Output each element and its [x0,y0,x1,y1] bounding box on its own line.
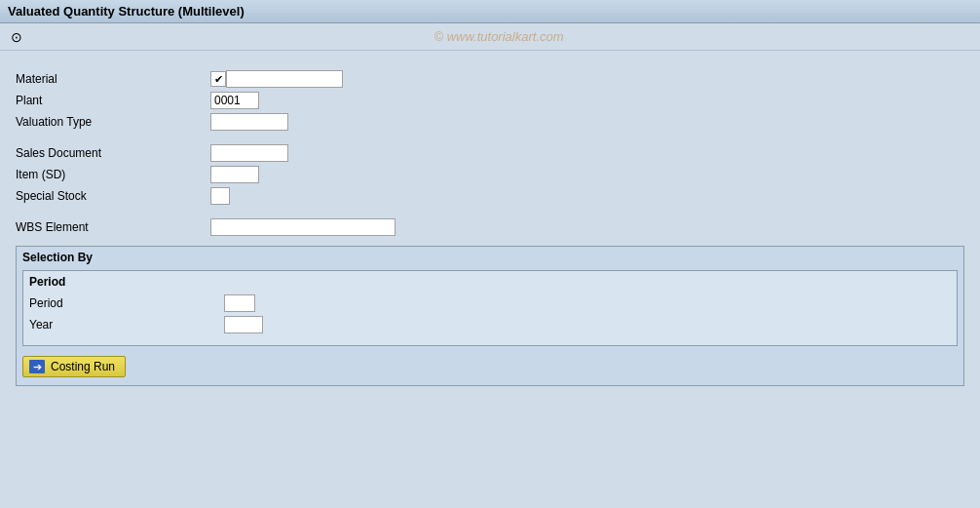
period-input[interactable] [224,294,255,312]
item-sd-label: Item (SD) [16,168,210,181]
wbs-element-input[interactable] [210,218,396,236]
period-group-title: Period [29,275,951,289]
valuation-type-input[interactable] [210,113,288,131]
page-title: Valuated Quantity Structure (Multilevel) [8,4,245,19]
wbs-element-row: WBS Element [16,218,964,236]
sales-document-input[interactable] [210,144,288,162]
toolbar-icon[interactable]: ⊙ [8,28,25,46]
selection-by-title: Selection By [22,251,958,264]
main-content: Material ✔ Plant Valuation Type Sales Do… [0,51,980,396]
clock-icon: ⊙ [11,29,22,45]
year-input[interactable] [224,316,263,333]
material-row: Material ✔ [16,70,964,88]
item-sd-input[interactable] [210,166,259,183]
selection-by-section: Selection By Period Period Year ➔ Costin… [16,246,964,386]
sales-document-row: Sales Document [16,144,964,162]
special-stock-row: Special Stock [16,187,964,205]
material-label: Material [16,72,210,86]
material-checkbox[interactable]: ✔ [210,71,226,87]
period-group: Period Period Year [22,270,958,346]
title-bar: Valuated Quantity Structure (Multilevel) [0,0,980,23]
item-sd-row: Item (SD) [16,166,964,183]
wbs-element-label: WBS Element [16,220,210,234]
costing-run-label: Costing Run [51,360,115,373]
sales-document-label: Sales Document [16,146,210,160]
period-row: Period [29,294,951,312]
material-input[interactable] [226,70,343,88]
valuation-type-row: Valuation Type [16,113,964,131]
watermark: © www.tutorialkart.com [25,29,972,44]
plant-input[interactable] [210,92,259,109]
special-stock-label: Special Stock [16,189,210,203]
year-row: Year [29,316,951,333]
toolbar: ⊙ © www.tutorialkart.com [0,23,980,51]
valuation-type-label: Valuation Type [16,115,210,129]
plant-label: Plant [16,94,210,107]
period-label: Period [29,296,224,310]
special-stock-input[interactable] [210,187,230,205]
plant-row: Plant [16,92,964,109]
costing-run-button[interactable]: ➔ Costing Run [22,356,126,377]
costing-run-arrow-icon: ➔ [29,360,45,373]
year-label: Year [29,318,224,332]
